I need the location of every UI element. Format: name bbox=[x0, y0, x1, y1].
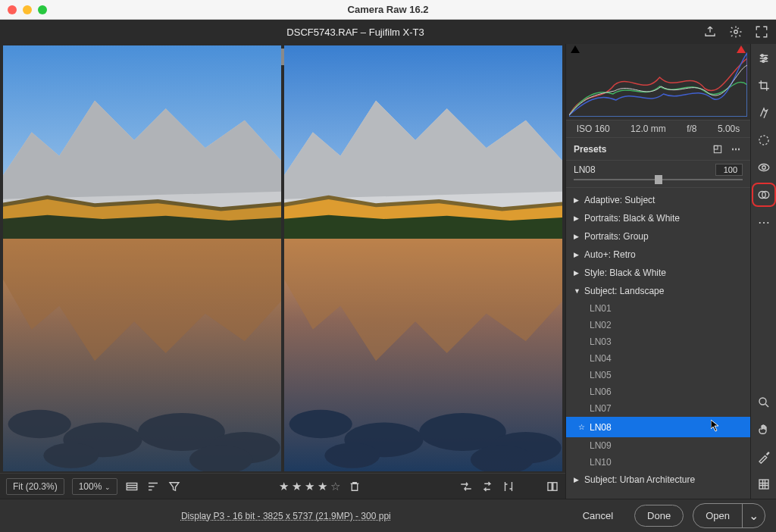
preset-group[interactable]: ▶Style: Black & White bbox=[566, 264, 750, 282]
svg-point-26 bbox=[759, 164, 769, 171]
preset-item-label: LN07 bbox=[590, 403, 612, 414]
svg-point-15 bbox=[324, 443, 380, 468]
edit-sliders-icon[interactable] bbox=[756, 50, 772, 67]
star-icon[interactable]: ★ bbox=[305, 480, 314, 493]
settings-icon[interactable] bbox=[729, 25, 743, 39]
svg-rect-21 bbox=[714, 146, 718, 149]
preset-group[interactable]: ▶Auto+: Retro bbox=[566, 246, 750, 264]
preset-group[interactable]: ▶Subject: Urban Architecture bbox=[566, 471, 750, 489]
preset-group-label: Subject: Landscape bbox=[584, 286, 664, 296]
presets-title: Presets bbox=[574, 144, 606, 155]
compare-sync-icon[interactable] bbox=[480, 480, 494, 493]
svg-rect-18 bbox=[548, 482, 552, 490]
presets-icon[interactable] bbox=[756, 186, 772, 203]
cursor-icon bbox=[711, 420, 720, 434]
preset-item[interactable]: ☆LN06 bbox=[566, 383, 750, 400]
file-header-label: DSCF5743.RAF – Fujifilm X-T3 bbox=[8, 27, 703, 38]
before-after-toggle-icon[interactable] bbox=[546, 480, 559, 493]
svg-point-0 bbox=[734, 30, 738, 34]
preset-group[interactable]: ▶Portraits: Group bbox=[566, 227, 750, 246]
filter-icon[interactable] bbox=[167, 480, 181, 493]
preset-item[interactable]: ☆LN08 bbox=[566, 417, 750, 437]
sort-icon[interactable] bbox=[146, 480, 160, 493]
zoom-level-dropdown[interactable]: 100% ⌄ bbox=[72, 478, 117, 495]
shutter-value: 5.00s bbox=[718, 124, 740, 134]
preset-item[interactable]: ☆LN03 bbox=[566, 333, 750, 350]
presets-panel-header: Presets ⋯ bbox=[566, 138, 750, 161]
highlight-clip-icon[interactable] bbox=[737, 45, 746, 53]
preset-item[interactable]: ☆LN10 bbox=[566, 454, 750, 471]
preset-amount-slider[interactable] bbox=[574, 176, 743, 183]
preset-item[interactable]: ☆LN01 bbox=[566, 300, 750, 317]
preset-item[interactable]: ☆LN04 bbox=[566, 350, 750, 367]
preset-item-label: LN01 bbox=[590, 303, 612, 314]
iso-value: ISO 160 bbox=[577, 124, 610, 134]
compare-swap-icon[interactable] bbox=[459, 480, 473, 493]
preset-group-label: Style: Black & White bbox=[584, 268, 666, 278]
after-image[interactable] bbox=[284, 45, 562, 471]
more-icon[interactable]: ⋯ bbox=[756, 214, 772, 230]
star-icon[interactable]: ★ bbox=[279, 480, 289, 493]
preset-group-label: Auto+: Retro bbox=[584, 249, 636, 260]
star-icon[interactable]: ☆ bbox=[330, 480, 340, 493]
open-button[interactable]: Open bbox=[693, 505, 742, 526]
star-icon[interactable]: ★ bbox=[292, 480, 302, 493]
svg-rect-19 bbox=[553, 482, 557, 490]
preset-item[interactable]: ☆LN02 bbox=[566, 317, 750, 333]
svg-point-7 bbox=[43, 443, 99, 468]
right-panel: ISO 160 12.0 mm f/8 5.00s Presets ⋯ LN08… bbox=[565, 44, 750, 499]
svg-point-11 bbox=[289, 410, 352, 438]
export-icon[interactable] bbox=[703, 25, 717, 39]
preset-group-label: Portraits: Group bbox=[584, 231, 649, 242]
fullscreen-icon[interactable] bbox=[755, 25, 768, 39]
window-titlebar: Camera Raw 16.2 bbox=[0, 0, 776, 20]
app-footer: Display P3 - 16 bit - 3825 x 5737 (21.9M… bbox=[0, 499, 776, 532]
healing-icon[interactable] bbox=[756, 105, 772, 121]
star-icon[interactable]: ★ bbox=[318, 480, 327, 493]
preset-item-label: LN10 bbox=[590, 457, 612, 468]
preset-amount-row: LN08 100 bbox=[566, 161, 750, 188]
preset-item-label: LN09 bbox=[590, 440, 612, 451]
filmstrip-icon[interactable] bbox=[125, 480, 139, 493]
image-info[interactable]: Display P3 - 16 bit - 3825 x 5737 (21.9M… bbox=[181, 511, 391, 521]
svg-rect-17 bbox=[127, 483, 137, 490]
zoom-icon[interactable] bbox=[756, 394, 772, 411]
preset-group[interactable]: ▼Subject: Landscape bbox=[566, 282, 750, 300]
hand-icon[interactable] bbox=[756, 421, 772, 438]
cancel-button[interactable]: Cancel bbox=[571, 505, 625, 526]
histogram[interactable] bbox=[566, 44, 750, 120]
svg-rect-31 bbox=[759, 480, 768, 489]
preset-group-label: Adaptive: Subject bbox=[584, 195, 655, 205]
sampler-icon[interactable] bbox=[756, 449, 772, 465]
presets-menu-icon[interactable]: ⋯ bbox=[729, 142, 743, 156]
preset-item-label: LN05 bbox=[590, 370, 612, 380]
compare-settings-icon[interactable] bbox=[502, 480, 515, 493]
preset-item[interactable]: ☆LN09 bbox=[566, 437, 750, 454]
crop-icon[interactable] bbox=[756, 77, 772, 94]
grid-icon[interactable] bbox=[756, 476, 772, 493]
preset-item-label: LN06 bbox=[590, 386, 612, 397]
preset-item-label: LN04 bbox=[590, 353, 612, 364]
trash-icon[interactable] bbox=[348, 480, 361, 493]
preset-group[interactable]: ▶Adaptive: Subject bbox=[566, 191, 750, 209]
open-dropdown-icon[interactable]: ⌄ bbox=[742, 504, 765, 527]
favorite-icon[interactable]: ☆ bbox=[578, 423, 585, 431]
preset-item[interactable]: ☆LN05 bbox=[566, 367, 750, 383]
preset-group[interactable]: ▶Portraits: Black & White bbox=[566, 209, 750, 227]
before-image[interactable] bbox=[3, 45, 281, 471]
redeye-icon[interactable] bbox=[756, 159, 772, 176]
preset-list[interactable]: ▶Adaptive: Subject▶Portraits: Black & Wh… bbox=[566, 188, 750, 499]
presets-thumb-icon[interactable] bbox=[712, 144, 723, 155]
preset-group-label: Portraits: Black & White bbox=[584, 213, 680, 224]
aperture-value: f/8 bbox=[687, 124, 696, 134]
svg-point-27 bbox=[762, 166, 765, 170]
preset-item[interactable]: ☆LN07 bbox=[566, 400, 750, 417]
done-button[interactable]: Done bbox=[634, 505, 684, 527]
mask-icon[interactable] bbox=[756, 132, 772, 149]
rating-stars[interactable]: ★ ★ ★ ★ ☆ bbox=[279, 480, 340, 493]
shadow-clip-icon[interactable] bbox=[571, 45, 580, 53]
zoom-fit-dropdown[interactable]: Fit (20.3%) bbox=[6, 478, 64, 495]
preset-amount-value[interactable]: 100 bbox=[715, 164, 743, 176]
svg-point-30 bbox=[759, 398, 766, 405]
image-compare-view[interactable]: Before After bbox=[0, 44, 565, 473]
